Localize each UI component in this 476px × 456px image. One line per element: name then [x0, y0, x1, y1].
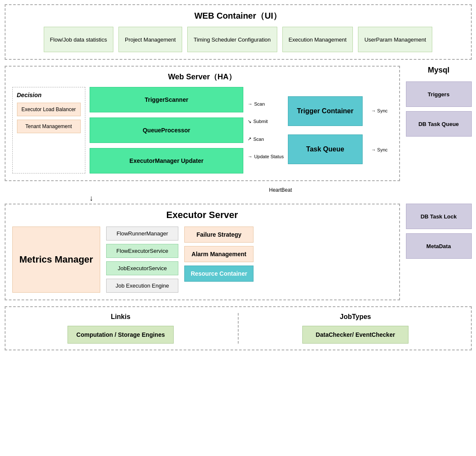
- flow-runner-manager: FlowRunnerManager: [106, 227, 178, 241]
- executor-right-section: Failure Strategy Alarm Management Resour…: [184, 227, 253, 293]
- mysql-triggers: Triggers: [406, 81, 472, 107]
- trigger-scanner: TriggerScanner: [90, 87, 244, 112]
- linkis-title: Linkis: [12, 313, 229, 321]
- resource-container: Resource Container: [184, 266, 253, 282]
- mysql-db-task-lock: DB Task Lock: [406, 204, 472, 229]
- update-status-label: → Update Status: [248, 154, 284, 159]
- heartbeat-arrow: ↓: [90, 194, 472, 203]
- executor-row: Executor Server Metrics Manager FlowRunn…: [5, 204, 472, 300]
- tenant-management: Tenant Management: [17, 120, 81, 133]
- bottom-right-section: JobTypes DataChecker/ EventChecker: [239, 313, 464, 344]
- sync-area: → Sync → Sync: [367, 87, 392, 173]
- ui-box-timing: Timing Scheduler Configuration: [187, 27, 277, 52]
- architecture-diagram: WEB Container（UI） Flow/Job data statisti…: [5, 4, 472, 350]
- sync-label-2: → Sync: [371, 147, 388, 152]
- scan-arrow-1: →: [248, 101, 252, 106]
- executor-inner: Metrics Manager FlowRunnerManager FlowEx…: [12, 227, 392, 293]
- web-container-section: WEB Container（UI） Flow/Job data statisti…: [5, 4, 472, 60]
- decision-title: Decision: [17, 92, 81, 98]
- job-execution-engine: Job Execution Engine: [106, 279, 178, 293]
- mysql-metadata: MetaData: [406, 233, 472, 259]
- failure-strategy: Failure Strategy: [184, 227, 253, 243]
- middle-row: Web Server（HA） Decision Executor Load Ba…: [5, 66, 472, 181]
- scan-label-2: ↗ Scan: [248, 136, 284, 142]
- web-server-section: Web Server（HA） Decision Executor Load Ba…: [5, 66, 400, 181]
- executor-server-section: Executor Server Metrics Manager FlowRunn…: [5, 204, 400, 300]
- mysql-title: Mysql: [406, 66, 472, 75]
- executor-load-balancer: Executor Load Balancer: [17, 103, 81, 116]
- datachecker-eventchecker: DataChecker/ EventChecker: [302, 326, 408, 344]
- flow-executor-service: FlowExecutorService: [106, 244, 178, 258]
- update-arrow: →: [248, 154, 252, 159]
- web-container-boxes: Flow/Job data statistics Project Managem…: [12, 27, 464, 52]
- executor-manager-updater: ExecutorManager Updater: [90, 148, 244, 173]
- mysql-section: Mysql Triggers DB Task Queue: [406, 66, 472, 181]
- trigger-container: Trigger Container: [288, 96, 362, 126]
- heartbeat-label: HeartBeat: [90, 187, 472, 193]
- mysql-right-section: DB Task Lock MetaData: [406, 204, 472, 300]
- mysql-db-task-queue: DB Task Queue: [406, 111, 472, 137]
- sync-label-1: → Sync: [371, 108, 388, 113]
- alarm-management: Alarm Management: [184, 246, 253, 262]
- decision-section: Decision Executor Load Balancer Tenant M…: [12, 87, 85, 173]
- computation-storage-engines: Computation / Storage Engines: [68, 326, 174, 344]
- queue-processor: QueueProcessor: [90, 117, 244, 143]
- bottom-left-section: Linkis Computation / Storage Engines: [12, 313, 239, 344]
- trigger-task-section: Trigger Container Task Queue: [288, 87, 362, 173]
- ui-box-flow: Flow/Job data statistics: [44, 27, 113, 52]
- executor-server-title: Executor Server: [12, 210, 392, 221]
- processors-section: TriggerScanner QueueProcessor ExecutorMa…: [90, 87, 244, 173]
- job-executor-service: JobExecutorService: [106, 261, 178, 275]
- heartbeat-row: HeartBeat ↓: [5, 187, 472, 203]
- ui-box-execution: Execution Management: [282, 27, 353, 52]
- ui-box-userparam: UserParam Management: [358, 27, 432, 52]
- web-server-title: Web Server（HA）: [12, 72, 392, 82]
- submit-arrow: ↘: [248, 119, 251, 124]
- arrow-labels: → Scan ↘ Submit ↗ Scan → Update Status: [248, 87, 284, 173]
- ui-box-project: Project Management: [118, 27, 182, 52]
- metrics-manager: Metrics Manager: [12, 227, 101, 293]
- submit-label: ↘ Submit: [248, 119, 284, 124]
- executor-services: FlowRunnerManager FlowExecutorService Jo…: [106, 227, 178, 293]
- web-container-title: WEB Container（UI）: [12, 10, 464, 22]
- scan-arrow-2: ↗: [248, 136, 251, 142]
- web-server-inner: Decision Executor Load Balancer Tenant M…: [12, 87, 392, 173]
- scan-label-1: → Scan: [248, 101, 284, 106]
- jobtypes-title: JobTypes: [247, 313, 464, 321]
- bottom-section: Linkis Computation / Storage Engines Job…: [5, 306, 472, 350]
- task-queue: Task Queue: [288, 134, 362, 164]
